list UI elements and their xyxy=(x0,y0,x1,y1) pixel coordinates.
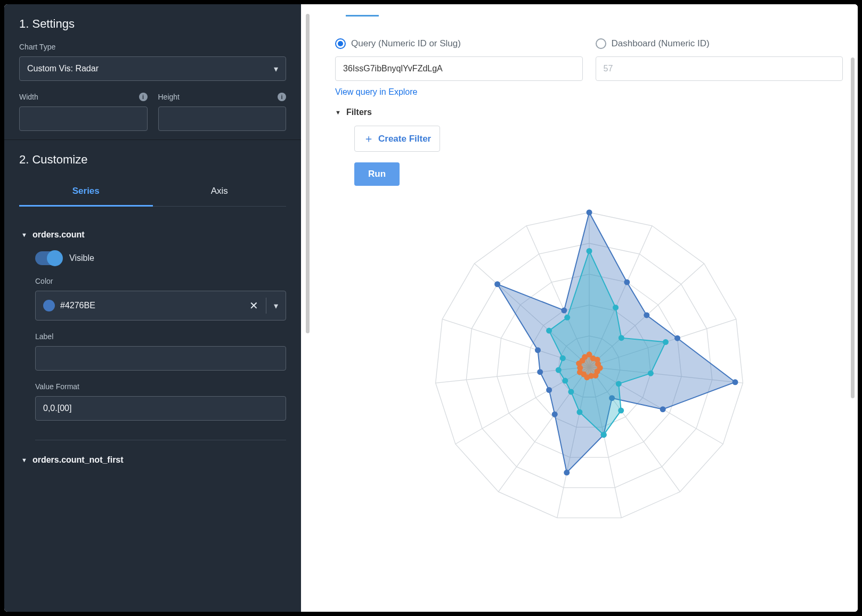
clear-icon[interactable]: ✕ xyxy=(249,299,258,312)
svg-point-44 xyxy=(600,432,606,438)
series-name: orders.count xyxy=(32,230,85,240)
sidebar: 1. Settings Chart Type Custom Vis: Radar… xyxy=(4,4,301,612)
main-scrollbar[interactable] xyxy=(851,58,855,398)
filters-header[interactable]: ▼ Filters xyxy=(335,108,843,117)
info-icon[interactable]: i xyxy=(139,93,148,101)
caret-down-icon: ▼ xyxy=(21,232,27,238)
color-value: #4276BE xyxy=(60,301,95,310)
label-input[interactable] xyxy=(35,346,286,371)
series-orders-count-not-first: ▼ orders.count_not_first xyxy=(4,442,301,479)
tab-series[interactable]: Series xyxy=(19,178,153,207)
chart-type-value: Custom Vis: Radar xyxy=(27,64,99,73)
series-orders-count: ▼ orders.count Visible Color #4276BE ✕ xyxy=(4,217,301,442)
info-icon[interactable]: i xyxy=(278,93,286,101)
visible-label: Visible xyxy=(69,253,94,263)
create-filter-button[interactable]: ＋ Create Filter xyxy=(354,126,440,152)
svg-point-34 xyxy=(494,281,500,287)
svg-point-41 xyxy=(647,371,653,376)
query-radio-row[interactable]: Query (Numeric ID or Slug) xyxy=(335,38,583,49)
tab-axis[interactable]: Axis xyxy=(153,178,287,206)
svg-point-46 xyxy=(568,389,574,395)
color-select[interactable]: #4276BE ✕ ▾ xyxy=(35,291,286,321)
svg-point-43 xyxy=(618,408,624,414)
svg-point-29 xyxy=(564,470,570,475)
customize-tabs: Series Axis xyxy=(19,178,286,207)
color-label: Color xyxy=(35,277,286,285)
chevron-down-icon: ▾ xyxy=(274,64,278,74)
svg-point-50 xyxy=(546,328,552,334)
height-input[interactable] xyxy=(158,106,287,131)
settings-section: 1. Settings Chart Type Custom Vis: Radar… xyxy=(4,4,301,139)
svg-point-31 xyxy=(546,387,552,393)
svg-point-39 xyxy=(618,335,624,341)
height-label: Height xyxy=(158,93,180,101)
svg-point-25 xyxy=(732,379,738,385)
svg-point-67 xyxy=(582,354,588,360)
svg-point-45 xyxy=(576,409,582,415)
svg-point-48 xyxy=(555,367,561,373)
radar-chart xyxy=(335,196,843,537)
customize-section: 2. Customize Series Axis xyxy=(4,140,301,207)
series-name: orders.count_not_first xyxy=(32,455,124,465)
svg-point-22 xyxy=(624,280,630,285)
svg-point-47 xyxy=(562,378,568,384)
label-label: Label xyxy=(35,332,286,341)
caret-down-icon: ▼ xyxy=(335,109,341,116)
width-input[interactable] xyxy=(19,106,148,131)
radio-icon xyxy=(596,38,606,49)
svg-point-21 xyxy=(586,210,592,216)
plus-icon: ＋ xyxy=(363,132,374,146)
separator xyxy=(266,298,266,314)
svg-point-51 xyxy=(564,315,570,321)
svg-point-40 xyxy=(662,339,668,345)
view-in-explore-link[interactable]: View query in Explore xyxy=(335,87,417,97)
filters-label: Filters xyxy=(346,108,372,117)
sidebar-scrollbar[interactable] xyxy=(301,4,314,612)
settings-title: 1. Settings xyxy=(19,17,286,31)
svg-point-30 xyxy=(551,412,557,417)
active-indicator xyxy=(346,15,379,17)
filters-block: ▼ Filters ＋ Create Filter Run xyxy=(335,108,843,186)
customize-title: 2. Customize xyxy=(19,153,286,167)
chevron-down-icon[interactable]: ▾ xyxy=(274,301,278,311)
dashboard-input[interactable]: 57 xyxy=(596,56,843,81)
svg-point-49 xyxy=(559,355,565,361)
svg-point-24 xyxy=(674,335,680,341)
source-row: Query (Numeric ID or Slug) 36IssG7ibBnyq… xyxy=(335,38,843,81)
query-input[interactable]: 36IssG7ibBnyqlYvFZdLgA xyxy=(335,56,583,81)
svg-point-26 xyxy=(660,406,665,412)
dashboard-radio-row[interactable]: Dashboard (Numeric ID) xyxy=(596,38,843,49)
value-format-label: Value Format xyxy=(35,382,286,391)
svg-point-32 xyxy=(537,369,543,375)
query-radio-label: Query (Numeric ID or Slug) xyxy=(351,38,461,49)
chart-type-select[interactable]: Custom Vis: Radar ▾ xyxy=(19,56,286,81)
create-filter-label: Create Filter xyxy=(378,134,431,144)
svg-point-42 xyxy=(615,381,621,387)
radio-selected-icon xyxy=(335,38,346,49)
svg-point-23 xyxy=(644,312,649,318)
value-format-input[interactable]: 0,0.[00] xyxy=(35,396,286,421)
dashboard-radio-label: Dashboard (Numeric ID) xyxy=(612,38,710,49)
run-button[interactable]: Run xyxy=(354,162,400,186)
width-label: Width xyxy=(19,93,38,101)
visible-toggle[interactable] xyxy=(35,251,62,265)
series-header[interactable]: ▼ orders.count xyxy=(21,230,286,240)
svg-point-35 xyxy=(561,308,567,314)
color-swatch xyxy=(43,300,55,311)
chart-type-label: Chart Type xyxy=(19,43,286,51)
caret-down-icon: ▼ xyxy=(21,457,27,463)
svg-point-38 xyxy=(613,305,619,310)
svg-point-37 xyxy=(586,248,592,254)
svg-point-33 xyxy=(534,347,540,353)
main-panel: Query (Numeric ID or Slug) 36IssG7ibBnyq… xyxy=(314,4,858,612)
series-header[interactable]: ▼ orders.count_not_first xyxy=(21,455,286,465)
